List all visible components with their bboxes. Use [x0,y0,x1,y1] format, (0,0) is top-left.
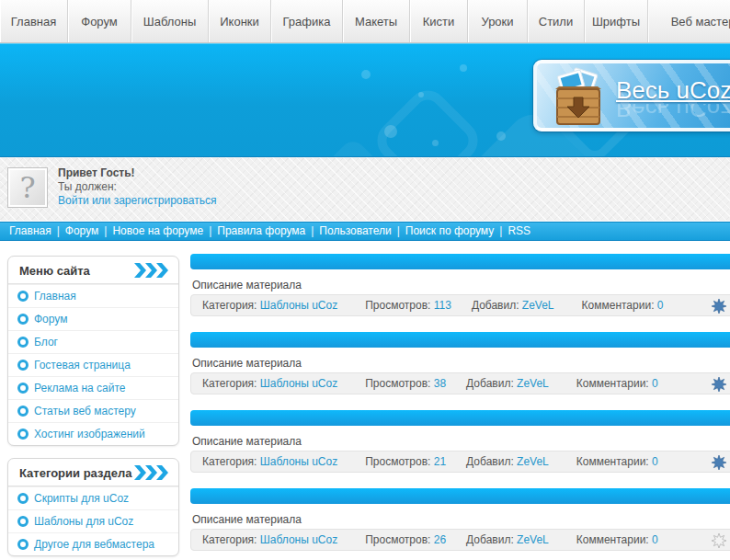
tab-uroki[interactable]: Уроки [468,0,528,42]
added-by-link[interactable]: ZeVeL [517,377,549,390]
views-label: Просмотров: [365,299,430,312]
sidebar-block-header: Категории раздела [8,459,178,486]
added-by-link[interactable]: ZeVeL [517,455,549,468]
meta-category: Категория: Шаблоны uCoz [202,533,337,546]
meta-added-by: Добавил: ZeVeL [472,299,554,312]
comments-link[interactable]: 0 [652,377,658,390]
sidebar-item-stati[interactable]: Статьи веб мастеру [8,399,178,422]
sidebar-item-glavnaya[interactable]: Главная [8,284,178,307]
sidebar-item-shablony-ucoz[interactable]: Шаблоны для uCoz [8,509,178,532]
meta-added-by: Добавил: ZeVeL [466,533,549,546]
sidebar-block-site-menu: Меню сайта Главная Форум Блог [7,256,179,446]
category-label: Категория: [202,455,257,468]
category-link[interactable]: Шаблоны uCoz [260,533,337,546]
sidebar-block-categories: Категории раздела Скрипты для uCoz Шабло… [7,458,179,556]
category-link[interactable]: Шаблоны uCoz [260,299,337,312]
fnav-novoe[interactable]: Новое на форуме [112,224,203,237]
header-pattern-dot [460,64,467,72]
material-title-bar [190,488,730,504]
comments-link[interactable]: 0 [652,455,658,468]
header-pattern-dot [432,140,439,146]
material-meta-bar: Категория: Шаблоны uCoz Просмотров: 26 Д… [190,529,730,551]
comments-label: Комментарии: [576,455,649,468]
added-label: Добавил: [472,299,519,312]
sidebar-item-label: Гостевая страница [34,359,131,371]
tab-kisti[interactable]: Кисти [410,0,468,42]
meta-comments: Комментарии: 0 [576,455,658,468]
fnav-separator: | [499,224,502,237]
content-area: Меню сайта Главная Форум Блог [0,241,730,560]
sidebar-item-skripty-ucoz[interactable]: Скрипты для uCoz [8,486,178,509]
fnav-rss[interactable]: RSS [508,224,530,237]
views-value: 38 [434,377,446,390]
material-title-bar [190,254,730,269]
login-register-link[interactable]: Войти или зарегистрироваться [58,194,216,208]
sidebar-block-header: Меню сайта [8,257,178,284]
fnav-glavnaya[interactable]: Главная [9,224,51,237]
fnav-poisk[interactable]: Поиск по форуму [405,224,494,237]
fnav-separator: | [397,224,400,237]
download-crate-icon [546,67,610,131]
tab-glavnaya[interactable]: Главная [0,0,68,42]
tab-shablony[interactable]: Шаблоны [131,0,209,42]
sidebar-item-label: Шаблоны для uCoz [34,515,133,528]
views-label: Просмотров: [365,377,430,390]
sidebar-item-gostevaya[interactable]: Гостевая страница [8,353,178,376]
material-description: Описание материала [192,357,730,370]
meta-added-by: Добавил: ZeVeL [466,455,549,468]
tab-grafika[interactable]: Графика [271,0,343,42]
fnav-pravila[interactable]: Правила форума [217,224,305,237]
sidebar-block-title: Категории раздела [19,466,131,480]
rating-star-icon[interactable] [712,455,726,470]
header-pattern-dot [496,131,506,141]
meta-comments: Комментарии: 0 [582,299,664,312]
tab-makety[interactable]: Макеты [343,0,410,42]
comments-link[interactable]: 0 [652,533,658,546]
ring-bullet-icon [17,383,29,394]
rating-star-icon[interactable] [712,377,726,392]
fnav-separator: | [209,224,211,237]
user-panel: ? Привет Гость! Ты должен: Войти или зар… [0,157,730,222]
sidebar-item-label: Главная [34,290,76,303]
added-by-link[interactable]: ZeVeL [517,533,549,546]
category-link[interactable]: Шаблоны uCoz [260,455,337,468]
rating-star-outline-icon[interactable] [712,533,726,548]
comments-label: Комментарии: [576,533,649,546]
tab-stili[interactable]: Стили [528,0,585,42]
ves-ucoz-banner[interactable]: Весь uCoz Весь uCoz [533,60,730,131]
ring-bullet-icon [17,493,29,504]
material-title-bar [190,410,730,426]
material-entry: Описание материала Категория: Шаблоны uC… [190,410,730,473]
fnav-polzovateli[interactable]: Пользователи [319,224,391,237]
material-entry: Описание материала Категория: Шаблоны uC… [190,254,730,316]
tab-shrifty[interactable]: Шрифты [585,0,648,42]
tab-web-master[interactable]: Веб мастер [648,0,730,42]
sidebar-item-label: Форум [34,313,67,326]
fnav-forum[interactable]: Форум [65,224,98,237]
material-meta-bar: Категория: Шаблоны uCoz Просмотров: 21 Д… [190,451,730,473]
sidebar-item-blog[interactable]: Блог [8,330,178,353]
meta-added-by: Добавил: ZeVeL [466,377,549,390]
sidebar-item-forum[interactable]: Форум [8,307,178,330]
material-description: Описание материала [192,279,730,291]
sidebar-item-drugoe[interactable]: Другое для вебмастера [8,532,178,555]
material-title-bar [190,332,730,348]
meta-views: Просмотров: 113 [365,299,451,312]
tab-ikonki[interactable]: Иконки [209,0,271,42]
category-link[interactable]: Шаблоны uCoz [260,377,337,390]
views-value: 26 [434,533,446,546]
comments-label: Комментарии: [582,299,655,312]
sidebar-item-reklama[interactable]: Реклама на сайте [8,376,178,399]
tab-forum[interactable]: Форум [68,0,131,42]
added-by-link[interactable]: ZeVeL [522,299,554,312]
banner-title-reflection: Весь uCoz [616,104,730,122]
ring-bullet-icon [17,360,29,371]
views-value: 21 [434,455,446,468]
added-label: Добавил: [466,377,514,390]
rating-star-icon[interactable] [712,299,726,314]
sidebar-item-hosting[interactable]: Хостинг изображений [8,422,178,445]
added-label: Добавил: [466,533,514,546]
added-label: Добавил: [466,455,514,468]
sidebar-block-title: Меню сайта [19,264,90,278]
comments-link[interactable]: 0 [657,299,664,312]
